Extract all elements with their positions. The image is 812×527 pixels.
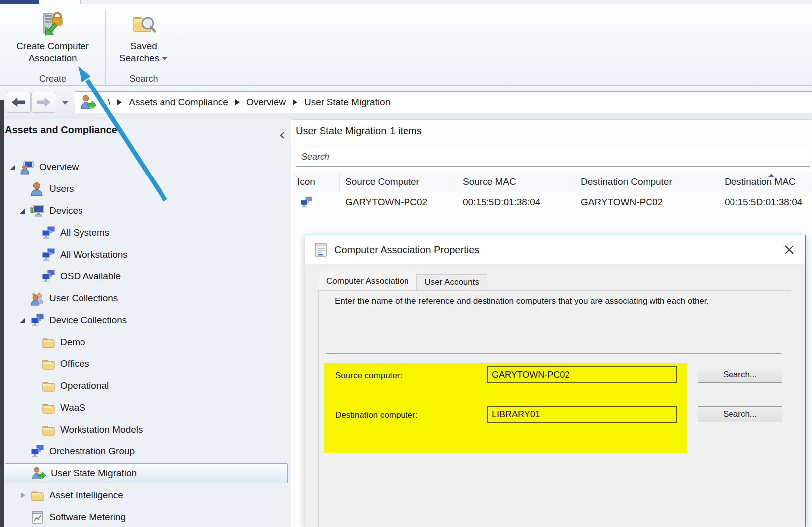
history-dropdown-icon[interactable]	[62, 101, 69, 105]
sidebar-item-users[interactable]: Users	[4, 178, 291, 200]
ribbon-group-label-create: Create	[0, 74, 105, 84]
dialog-tabs: Computer Association User Accounts	[319, 272, 487, 290]
sidebar-item-all-systems[interactable]: All Systems	[4, 222, 291, 244]
sidebar-item-device-collections[interactable]: Device Collections	[4, 309, 291, 331]
ribbon-tab-strip	[0, 0, 812, 4]
ribbon-group-label-search: Search	[106, 74, 181, 84]
collapse-pane-icon[interactable]	[279, 131, 286, 139]
expander-icon[interactable]	[19, 317, 30, 324]
breadcrumb-item-assets-and-compliance[interactable]: Assets and Compliance	[129, 97, 228, 108]
expander-slot	[30, 426, 41, 433]
search-input[interactable]	[296, 147, 810, 167]
expander-icon[interactable]	[19, 492, 30, 499]
destination-search-button[interactable]: Search...	[698, 406, 782, 422]
expander-slot	[30, 251, 41, 258]
items-count: 1 items	[390, 125, 421, 136]
sidebar-item-user-state-migration[interactable]: User State Migration	[5, 463, 288, 483]
sidebar-item-asset-intelligence[interactable]: Asset Intelligence	[4, 484, 291, 506]
user-migration-icon	[80, 94, 97, 111]
computer-association-properties-dialog: Computer Association Properties Computer…	[305, 235, 806, 527]
expander-icon[interactable]	[19, 207, 30, 214]
dialog-tab-panel: Enter the name of the reference and dest…	[318, 290, 791, 527]
expander-icon[interactable]	[9, 164, 20, 171]
breadcrumb-separator-icon	[117, 99, 122, 105]
sort-ascending-icon	[768, 174, 775, 177]
expander-slot	[20, 470, 31, 477]
user-collection-icon	[30, 291, 45, 306]
dropdown-arrow-icon	[162, 57, 168, 60]
saved-searches-button[interactable]: Saved Searches	[109, 7, 178, 71]
folder-icon	[41, 335, 56, 350]
expander-slot	[19, 448, 30, 455]
active-ribbon-tab-fragment	[0, 0, 39, 4]
ribbon-group-separator	[182, 9, 182, 84]
folder-icon	[41, 400, 56, 415]
expander-slot	[30, 273, 41, 280]
sidebar-item-operational[interactable]: Operational	[4, 375, 291, 397]
destination-computer-label: Destination computer:	[335, 410, 417, 420]
column-header-source-computer[interactable]: Source Computer	[340, 172, 457, 192]
back-arrow-icon	[10, 96, 27, 109]
sidebar-assets-and-compliance: Assets and Compliance Overview	[4, 119, 291, 527]
device-collection-icon	[30, 313, 45, 328]
sidebar-item-osd-available[interactable]: OSD Available	[4, 265, 291, 287]
expander-slot	[30, 382, 41, 389]
saved-searches-icon	[130, 10, 158, 38]
dialog-titlebar: Computer Association Properties	[305, 235, 805, 264]
sidebar-item-overview[interactable]: Overview	[4, 156, 291, 178]
navigation-bar: \ Assets and Compliance Overview User St…	[0, 86, 812, 119]
column-header-source-mac[interactable]: Source MAC	[457, 172, 575, 192]
breadcrumb-root[interactable]: \	[108, 97, 110, 108]
column-header-destination-computer[interactable]: Destination Computer	[575, 172, 719, 192]
expander-slot	[30, 404, 41, 411]
tab-user-accounts[interactable]: User Accounts	[416, 274, 487, 290]
sidebar-item-devices[interactable]: Devices	[4, 200, 291, 222]
computer-association-row-icon	[300, 196, 313, 209]
dialog-separator	[326, 353, 781, 354]
create-computer-association-icon	[39, 10, 67, 38]
properties-dialog-icon	[314, 242, 327, 257]
row-icon-cell	[292, 192, 340, 212]
window-edge	[0, 100, 4, 527]
user-icon	[30, 181, 45, 196]
device-icon	[30, 203, 45, 218]
saved-searches-label: Saved Searches	[118, 40, 169, 64]
user-migration-icon	[31, 466, 46, 481]
folder-icon	[30, 488, 45, 503]
breadcrumb-item-user-state-migration[interactable]: User State Migration	[304, 97, 390, 108]
create-computer-association-button[interactable]: Create Computer Association	[3, 7, 102, 71]
table-header: Icon Source Computer Source MAC Destinat…	[292, 172, 812, 192]
sidebar-item-demo[interactable]: Demo	[4, 331, 291, 353]
sidebar-item-all-workstations[interactable]: All Workstations	[4, 244, 291, 265]
tab-computer-association[interactable]: Computer Association	[319, 272, 416, 290]
folder-icon	[41, 378, 56, 393]
source-computer-input[interactable]	[487, 366, 677, 383]
sidebar-item-orchestration-group[interactable]: Orchestration Group	[4, 440, 291, 462]
ribbon-tab-fragment	[39, 0, 81, 4]
ribbon-group-search: Saved Searches Search	[106, 4, 181, 85]
page-title: User State Migration1 items	[296, 125, 422, 137]
sidebar-item-waas[interactable]: WaaS	[4, 397, 291, 419]
device-collection-icon	[41, 225, 56, 240]
sccm-console-window: Create Computer Association Create Saved…	[0, 0, 812, 527]
close-icon	[784, 244, 795, 255]
sidebar-item-workstation-models[interactable]: Workstation Models	[4, 419, 291, 440]
close-button[interactable]	[781, 242, 797, 257]
source-search-button[interactable]: Search...	[698, 367, 782, 383]
device-collection-icon	[41, 269, 56, 284]
create-computer-association-label: Create Computer Association	[4, 40, 101, 64]
sidebar-item-software-metering[interactable]: Software Metering	[4, 506, 291, 527]
column-header-icon[interactable]: Icon	[292, 172, 340, 192]
overview-icon	[20, 160, 35, 175]
sidebar-item-user-collections[interactable]: User Collections	[4, 287, 291, 309]
column-header-destination-mac[interactable]: Destination MAC	[719, 172, 812, 192]
back-button[interactable]	[6, 92, 31, 113]
table-row[interactable]: GARYTOWN-PC02 00:15:5D:01:38:04 GARYTOWN…	[292, 192, 812, 212]
sidebar-item-offices[interactable]: Offices	[4, 353, 291, 375]
destination-computer-input[interactable]	[487, 406, 677, 423]
forward-button[interactable]	[31, 92, 56, 113]
dialog-title: Computer Association Properties	[334, 244, 479, 256]
breadcrumb-item-overview[interactable]: Overview	[246, 97, 286, 108]
cell-destination-mac: 00:15:5D:01:38:04	[719, 192, 812, 212]
expander-slot	[30, 360, 41, 367]
